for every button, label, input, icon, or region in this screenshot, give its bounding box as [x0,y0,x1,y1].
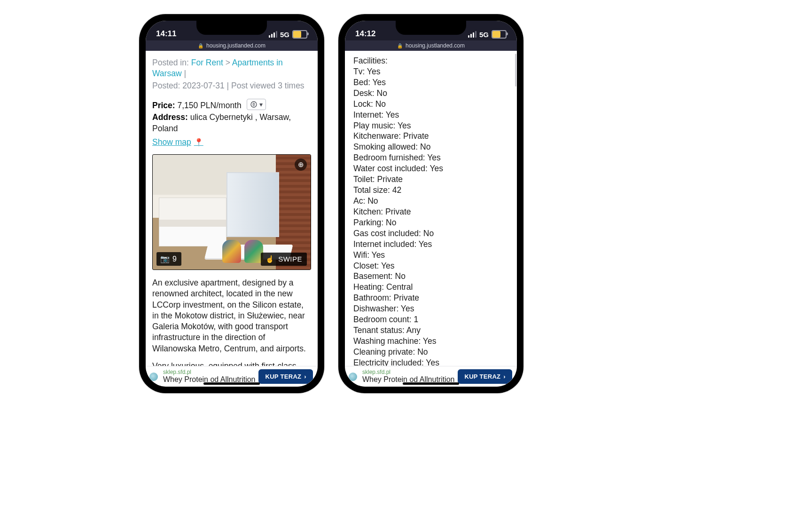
chevron-right-icon: › [304,373,306,380]
breadcrumb-prefix: Posted in: [152,58,189,67]
breadcrumb: Posted in: For Rent > Apartments in Wars… [152,57,311,79]
status-indicators: 5G [269,30,307,39]
ad-host: sklep.sfd.pl [362,369,455,375]
swipe-label: SWIPE [278,254,302,264]
status-time: 14:12 [355,29,375,39]
facility-item: Bedroom count: 1 [353,314,508,325]
facility-item: Ac: No [353,196,508,206]
network-label: 5G [479,31,489,39]
browser-url-bar[interactable]: 🔒 housing.justlanded.com [345,40,517,51]
show-map-label: Show map [152,137,191,148]
facility-item: Smoking allowed: No [353,142,508,152]
facility-item: Washing machine: Yes [353,336,508,347]
facility-item: Bathroom: Private [353,293,508,303]
price-row: Price: 7,150 PLN/month ▾ [152,99,311,111]
facility-item: Lock: No [353,99,508,110]
url-host: housing.justlanded.com [406,42,465,49]
listing-photo[interactable]: ⊕ 📷 9 ☝ SWIPE [152,154,311,270]
breadcrumb-sep: > [226,58,230,67]
facilities-list[interactable]: Facilities: Tv: YesBed: YesDesk: NoLock:… [345,51,517,387]
home-indicator[interactable] [203,382,260,385]
notch [396,21,466,35]
address-row: Address: ulica Cybernetyki , Warsaw, Pol… [152,112,311,134]
facility-item: Dishwasher: Yes [353,303,508,314]
ad-cta-button[interactable]: KUP TERAZ › [458,369,512,384]
photo-count: 9 [172,254,177,264]
facility-item: Heating: Central [353,282,508,293]
svg-point-0 [251,102,257,107]
facility-item: Total size: 42 [353,185,508,196]
currency-dropdown[interactable]: ▾ [247,99,266,111]
url-host: housing.justlanded.com [206,42,265,49]
facility-item: Play music: Yes [353,120,508,131]
facility-item: Tenant status: Any [353,325,508,336]
breadcrumb-tail: | [184,69,186,78]
zoom-icon[interactable]: ⊕ [295,159,307,171]
facility-item: Basement: No [353,271,508,282]
browser-url-bar[interactable]: 🔒 housing.justlanded.com [146,40,318,51]
camera-icon: 📷 [160,254,170,264]
facility-item: Toilet: Private [353,174,508,185]
signal-icon [468,31,476,38]
ad-cta-button[interactable]: KUP TERAZ › [258,369,313,384]
price-label: Price: [152,101,175,110]
swipe-badge[interactable]: ☝ SWIPE [261,253,307,266]
facility-item: Kitchenware: Private [353,131,508,142]
ad-logo [349,373,357,381]
battery-icon [292,30,307,39]
status-indicators: 5G [468,30,507,39]
currency-exchange-icon [250,101,258,108]
hand-icon: ☝ [265,254,275,264]
phone-mockup-left: 14:11 5G 🔒 housing.justlanded.com Posted… [139,14,324,393]
facility-item: Internet: Yes [353,110,508,120]
photo-count-badge[interactable]: 📷 9 [156,252,181,266]
facility-item: Cleaning private: No [353,347,508,357]
home-indicator[interactable] [403,382,459,385]
signal-icon [269,31,277,38]
facility-item: Internet included: Yes [353,239,508,250]
ad-logo [149,373,158,381]
facility-item: Wifi: Yes [353,250,508,261]
facility-item: Tv: Yes [353,66,508,77]
facility-item: Desk: No [353,88,508,99]
facility-item: Gas cost included: No [353,228,508,239]
notch [196,21,267,35]
facility-item: Bed: Yes [353,77,508,88]
facility-item: Bedroom furnished: Yes [353,152,508,163]
facility-item: Water cost included: Yes [353,163,508,174]
facilities-heading: Facilities: [353,56,508,66]
battery-icon [492,30,507,39]
facility-item: Kitchen: Private [353,206,508,217]
network-label: 5G [280,31,289,39]
facility-item: Closet: Yes [353,261,508,271]
show-map-link[interactable]: Show map 📍 [152,137,203,148]
scroll-indicator[interactable] [515,54,516,87]
ad-cta-label: KUP TERAZ [464,373,500,380]
address-label: Address: [152,112,188,122]
price-value: 7,150 PLN/month [178,101,242,110]
facility-item: Parking: No [353,217,508,228]
chevron-right-icon: › [503,373,506,380]
phone-mockup-right: 14:12 5G 🔒 housing.justlanded.com Facili… [338,14,523,393]
description-p1: An exclusive apartment, designed by a re… [152,278,311,354]
breadcrumb-link-for-rent[interactable]: For Rent [191,58,223,67]
ad-host: sklep.sfd.pl [163,369,256,375]
map-pin-icon: 📍 [194,137,203,147]
chevron-down-icon: ▾ [259,100,263,109]
post-meta: Posted: 2023-07-31 | Post viewed 3 times [152,80,311,91]
lock-icon: 🔒 [397,43,403,48]
page-content[interactable]: Posted in: For Rent > Apartments in Wars… [146,51,318,387]
ad-cta-label: KUP TERAZ [265,373,301,380]
lock-icon: 🔒 [198,43,203,48]
status-time: 14:11 [156,29,176,39]
